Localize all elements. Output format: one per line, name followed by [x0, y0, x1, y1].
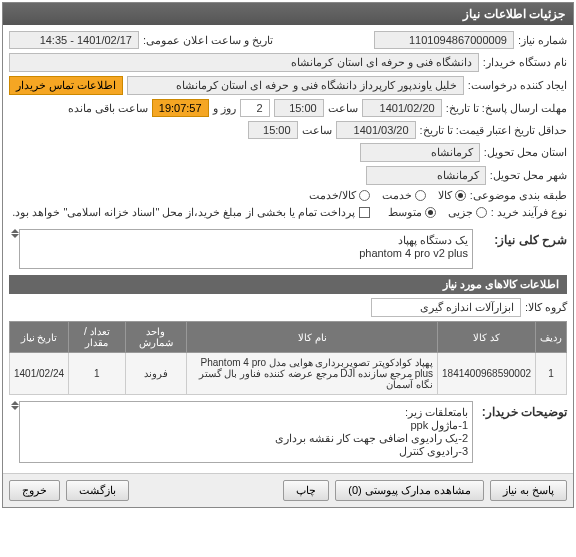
radio-medium-label: متوسط — [388, 206, 422, 219]
cell-code: 1841400968590002 — [438, 353, 536, 395]
arrow-down-icon — [11, 406, 19, 410]
panel-title: جزئیات اطلاعات نیاز — [3, 3, 573, 25]
cell-name: پهپاد کوادکوپتر تصویربرداری هوایی مدل Ph… — [187, 353, 438, 395]
button-bar: پاسخ به نیاز مشاهده مدارک پیوستی (0) چاپ… — [3, 473, 573, 507]
valid-time-field: 15:00 — [248, 121, 298, 139]
deadline-label: مهلت ارسال پاسخ: تا تاریخ: — [446, 102, 567, 115]
province-field: کرمانشاه — [360, 143, 480, 162]
radio-small[interactable] — [476, 207, 487, 218]
panel-body: شماره نیاز: 1101094867000009 تاریخ و ساع… — [3, 25, 573, 473]
description-textarea[interactable]: یک دستگاه پهپاد phantom 4 pro v2 plus — [19, 229, 473, 269]
radio-service-label: خدمت — [382, 189, 412, 202]
radio-service[interactable] — [415, 190, 426, 201]
table-header-row: ردیف کد کالا نام کالا واحد شمارش تعداد /… — [10, 322, 567, 353]
table-row[interactable]: 1 1841400968590002 پهپاد کوادکوپتر تصویر… — [10, 353, 567, 395]
cell-qty: 1 — [69, 353, 125, 395]
group-label: گروه کالا: — [525, 301, 567, 314]
valid-date-field: 1401/03/20 — [336, 121, 416, 139]
cell-idx: 1 — [536, 353, 567, 395]
buyer-name-field: دانشگاه فنی و حرفه ای استان کرمانشاه — [9, 53, 479, 72]
radio-goods-service-label: کالا/خدمت — [309, 189, 356, 202]
deadline-time-field: 15:00 — [274, 99, 324, 117]
group-field: ابزارآلات اندازه گیری — [371, 298, 521, 317]
remarks-scroll[interactable] — [11, 401, 19, 463]
treasury-checkbox[interactable] — [359, 207, 370, 218]
process-radio-group: جزیی متوسط — [388, 206, 487, 219]
col-qty: تعداد / مقدار — [69, 322, 125, 353]
radio-medium[interactable] — [425, 207, 436, 218]
radio-goods[interactable] — [455, 190, 466, 201]
goods-table: ردیف کد کالا نام کالا واحد شمارش تعداد /… — [9, 321, 567, 395]
buyer-name-label: نام دستگاه خریدار: — [483, 56, 567, 69]
exit-button[interactable]: خروج — [9, 480, 60, 501]
days-field: 2 — [240, 99, 270, 117]
cell-unit: فروند — [125, 353, 187, 395]
remarks-textarea[interactable]: بامتعلقات زیر: 1-ماژول ppk 2-یک رادیوی ا… — [19, 401, 473, 463]
deadline-date-field: 1401/02/20 — [362, 99, 442, 117]
time-label-2: ساعت — [302, 124, 332, 137]
requester-label: ایجاد کننده درخواست: — [468, 79, 567, 92]
remaining-time: 19:07:57 — [152, 99, 209, 117]
desc-scroll[interactable] — [11, 229, 19, 269]
attachments-button[interactable]: مشاهده مدارک پیوستی (0) — [335, 480, 484, 501]
cell-date: 1401/02/24 — [10, 353, 69, 395]
category-label: طبقه بندی موضوعی: — [470, 189, 567, 202]
time-label-1: ساعت — [328, 102, 358, 115]
arrow-up-icon — [11, 401, 19, 405]
radio-goods-label: کالا — [438, 189, 452, 202]
announce-label: تاریخ و ساعت اعلان عمومی: — [143, 34, 273, 47]
day-label: روز و — [213, 102, 236, 115]
radio-goods-service[interactable] — [359, 190, 370, 201]
requester-field: خلیل یاوندپور کارپرداز دانشگاه فنی و حرف… — [127, 76, 464, 95]
back-button[interactable]: بازگشت — [66, 480, 129, 501]
valid-label: حداقل تاریخ اعتبار قیمت: تا تاریخ: — [420, 124, 567, 137]
city-label: شهر محل تحویل: — [490, 169, 567, 182]
need-number-field: 1101094867000009 — [374, 31, 514, 49]
arrow-down-icon — [11, 234, 19, 238]
contact-buyer-button[interactable]: اطلاعات تماس خریدار — [9, 76, 123, 95]
desc-label: شرح کلی نیاز: — [477, 229, 567, 251]
category-radio-group: کالا خدمت کالا/خدمت — [309, 189, 466, 202]
remain-label: ساعت باقی مانده — [68, 102, 148, 115]
remarks-label: توضیحات خریدار: — [477, 401, 567, 423]
col-idx: ردیف — [536, 322, 567, 353]
reply-button[interactable]: پاسخ به نیاز — [490, 480, 567, 501]
arrow-up-icon — [11, 229, 19, 233]
details-panel: جزئیات اطلاعات نیاز شماره نیاز: 11010948… — [2, 2, 574, 508]
treasury-note: پرداخت تمام یا بخشی از مبلغ خرید،از محل … — [12, 206, 355, 219]
need-number-label: شماره نیاز: — [518, 34, 567, 47]
radio-small-label: جزیی — [448, 206, 473, 219]
col-date: تاریخ نیاز — [10, 322, 69, 353]
goods-header: اطلاعات کالاهای مورد نیاز — [9, 275, 567, 294]
city-field: کرمانشاه — [366, 166, 486, 185]
col-unit: واحد شمارش — [125, 322, 187, 353]
col-code: کد کالا — [438, 322, 536, 353]
process-label: نوع فرآیند خرید : — [491, 206, 567, 219]
print-button[interactable]: چاپ — [283, 480, 329, 501]
col-name: نام کالا — [187, 322, 438, 353]
announce-field: 1401/02/17 - 14:35 — [9, 31, 139, 49]
province-label: استان محل تحویل: — [484, 146, 567, 159]
